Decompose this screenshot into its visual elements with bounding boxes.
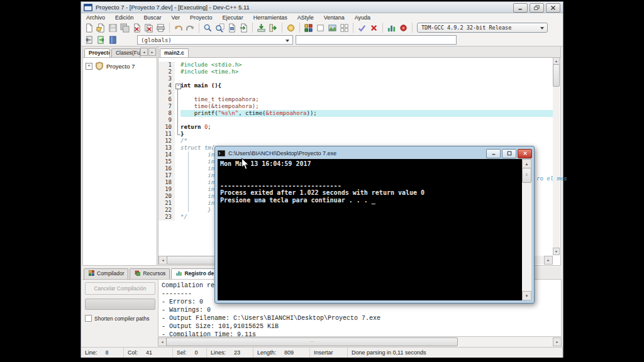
scroll-right-icon[interactable]: ► xyxy=(544,256,553,265)
redo-icon[interactable] xyxy=(184,22,196,33)
line-number[interactable]: 23 xyxy=(158,214,175,221)
scrollbar-thumb[interactable] xyxy=(553,64,560,87)
profile-icon[interactable] xyxy=(386,22,397,33)
checkbox[interactable] xyxy=(85,315,92,322)
line-number[interactable]: 4 xyxy=(158,82,175,89)
line-number[interactable]: 18 xyxy=(158,179,175,186)
scroll-right-icon[interactable]: ► xyxy=(553,337,562,346)
expand-icon[interactable]: + xyxy=(86,63,92,70)
run-icon[interactable] xyxy=(267,22,279,33)
find-icon[interactable] xyxy=(202,22,214,33)
tab-clasesfun[interactable]: Clases(Fun xyxy=(111,48,140,57)
line-number[interactable]: 13 xyxy=(158,145,175,151)
tab-scroll-left-icon[interactable]: ◄ xyxy=(140,48,148,56)
member-dropdown[interactable] xyxy=(296,35,457,45)
scroll-down-icon[interactable]: ▼ xyxy=(553,248,560,255)
line-number[interactable]: 10 xyxy=(158,124,175,131)
line-number[interactable]: 1 xyxy=(158,62,175,69)
save-icon[interactable] xyxy=(107,22,119,33)
tab-scroll-right-icon[interactable]: ► xyxy=(148,48,156,56)
menu-astyle[interactable]: AStyle xyxy=(292,14,319,21)
line-number[interactable]: 3 xyxy=(158,75,175,82)
line-number[interactable]: 7 xyxy=(158,103,175,110)
restore-button[interactable] xyxy=(530,3,544,13)
grid-outline-icon[interactable] xyxy=(338,22,350,33)
code-line-3: 3 xyxy=(158,75,553,82)
menu-ver[interactable]: Ver xyxy=(167,14,186,21)
open-file-icon[interactable] xyxy=(95,22,107,33)
line-number[interactable]: 14 xyxy=(158,151,175,158)
scroll-up-icon[interactable]: ▲ xyxy=(522,159,531,168)
menu-archivo[interactable]: Archivo xyxy=(81,14,110,21)
class-book-icon[interactable] xyxy=(107,35,119,46)
line-number[interactable]: 5 xyxy=(158,89,175,96)
tab-proyecto[interactable]: Proyecto xyxy=(84,48,110,57)
line-number[interactable]: 17 xyxy=(158,172,175,179)
new-template-icon[interactable] xyxy=(326,22,338,33)
globals-dropdown[interactable]: (globals) xyxy=(137,35,293,45)
replace-icon[interactable] xyxy=(226,22,238,33)
line-number[interactable]: 8 xyxy=(158,110,175,117)
new-source-icon[interactable] xyxy=(314,22,326,33)
scrollbar-thumb[interactable]: ≡ xyxy=(522,168,531,183)
goto-line-icon[interactable] xyxy=(238,22,250,33)
save-all-icon[interactable] xyxy=(119,22,131,33)
tab-compilador[interactable]: Compilador xyxy=(84,268,128,279)
line-number[interactable]: 15 xyxy=(158,158,175,165)
line-number[interactable]: 21 xyxy=(158,200,175,207)
menu-proyecto[interactable]: Proyecto xyxy=(185,14,218,21)
menu-buscar[interactable]: Buscar xyxy=(139,14,167,21)
line-number[interactable]: 2 xyxy=(158,69,175,75)
line-number[interactable]: 11 xyxy=(158,131,175,138)
line-number[interactable]: 19 xyxy=(158,186,175,193)
cancel-compilation-button[interactable]: Cancelar Compilación xyxy=(85,282,155,295)
log-horizontal-scrollbar[interactable]: ◄ ⋯ ► xyxy=(158,337,562,346)
close-all-icon[interactable] xyxy=(143,22,155,33)
undo-icon[interactable] xyxy=(172,22,184,33)
editor-tab-main2c[interactable]: main2.c xyxy=(160,48,189,57)
console-maximize-button[interactable] xyxy=(502,149,516,158)
scroll-down-icon[interactable]: ▼ xyxy=(522,291,531,300)
scroll-left-icon[interactable]: ◄ xyxy=(158,337,167,346)
line-number[interactable]: 12 xyxy=(158,138,175,145)
shorten-paths-option[interactable]: Shorten compiler paths xyxy=(85,315,155,322)
project-tree-item[interactable]: + Proyecto 7 xyxy=(83,58,157,74)
forward-page-icon[interactable] xyxy=(95,35,107,46)
back-page-icon[interactable] xyxy=(83,35,95,46)
minimize-button[interactable] xyxy=(513,3,528,13)
scrollbar-thumb[interactable]: ⋯ xyxy=(166,337,458,346)
line-number[interactable]: 6 xyxy=(158,96,175,103)
print-icon[interactable] xyxy=(155,22,167,33)
close-button[interactable] xyxy=(546,3,560,13)
console-title-bar[interactable]: C:\Users\BIANCHI\Desktop\Proyecto 7.exe xyxy=(215,146,534,159)
find-next-icon[interactable] xyxy=(214,22,226,33)
line-number[interactable]: 16 xyxy=(158,165,175,172)
fold-column xyxy=(175,138,180,145)
compiler-dropdown[interactable]: TDM-GCC 4.9.2 32-bit Release xyxy=(417,23,548,33)
console-close-button[interactable] xyxy=(518,149,532,158)
console-scrollbar[interactable]: ▲ ≡ ▼ xyxy=(522,159,531,300)
new-file-icon[interactable] xyxy=(83,22,95,33)
line-number[interactable]: 20 xyxy=(158,193,175,200)
scroll-left-icon[interactable]: ◄ xyxy=(158,256,167,265)
menu-herramientas[interactable]: Herramientas xyxy=(248,14,292,21)
project-colors-icon[interactable] xyxy=(303,22,314,33)
menu-ayuda[interactable]: Ayuda xyxy=(350,14,375,21)
tab-recursos[interactable]: Recursos xyxy=(130,268,170,279)
compile-icon[interactable] xyxy=(255,22,267,33)
line-number[interactable]: 22 xyxy=(158,207,175,214)
editor-vertical-scrollbar[interactable]: ▲ ▼ xyxy=(553,57,560,255)
menu-edicion[interactable]: Edición xyxy=(110,14,139,21)
syntax-check-icon[interactable] xyxy=(356,22,368,33)
console-window[interactable]: C:\Users\BIANCHI\Desktop\Proyecto 7.exe … xyxy=(214,146,535,304)
close-file-icon[interactable] xyxy=(131,22,143,33)
fold-toggle-icon[interactable]: − xyxy=(175,82,180,89)
line-number[interactable]: 9 xyxy=(158,117,175,124)
menu-ejecutar[interactable]: Ejecutar xyxy=(218,14,248,21)
console-minimize-button[interactable] xyxy=(486,149,501,158)
title-bar[interactable]: Proyecto 7 - [Proyecto 7.dev] - [Executi… xyxy=(81,2,563,13)
debug-icon[interactable] xyxy=(285,22,297,33)
menu-ventana[interactable]: Ventana xyxy=(319,14,350,21)
profiling-options-icon[interactable] xyxy=(397,22,409,33)
abort-icon[interactable] xyxy=(368,22,380,33)
